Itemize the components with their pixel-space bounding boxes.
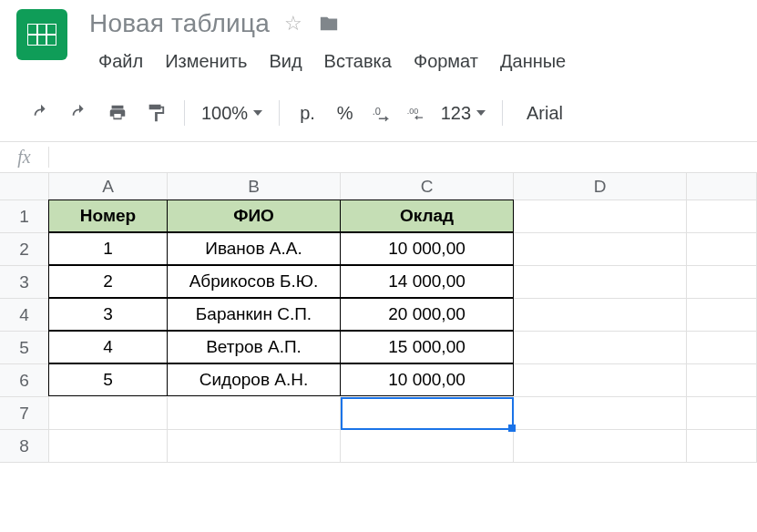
cell-d2[interactable]: [514, 233, 687, 266]
row-header-4[interactable]: 4: [0, 299, 49, 332]
more-formats-dropdown[interactable]: 123: [437, 103, 489, 124]
sheets-icon: [27, 24, 56, 46]
cell-c7[interactable]: [341, 397, 514, 430]
row-header-5[interactable]: 5: [0, 332, 49, 364]
menu-data[interactable]: Данные: [491, 47, 575, 76]
paint-format-button[interactable]: [140, 97, 171, 128]
currency-button[interactable]: р.: [292, 103, 322, 124]
cell-b7[interactable]: [168, 397, 341, 430]
increase-decimal-icon: .00: [406, 103, 426, 123]
cell-e8[interactable]: [687, 430, 757, 463]
svg-text:.00: .00: [406, 107, 418, 116]
font-dropdown[interactable]: Arial: [516, 103, 574, 124]
chevron-down-icon: [253, 110, 262, 116]
menu-format[interactable]: Формат: [404, 47, 487, 76]
chevron-down-icon: [476, 110, 486, 116]
cell-d8[interactable]: [514, 430, 687, 463]
col-header-b[interactable]: B: [168, 173, 341, 200]
cell-b4[interactable]: Баранкин С.П.: [167, 298, 341, 331]
paint-roller-icon: [146, 103, 166, 123]
more-formats-label: 123: [441, 103, 471, 124]
cell-c8[interactable]: [341, 430, 514, 463]
fx-icon[interactable]: fx: [0, 147, 49, 168]
cell-b6[interactable]: Сидоров А.Н.: [167, 363, 341, 396]
separator: [502, 100, 503, 126]
row-header-1[interactable]: 1: [0, 200, 49, 233]
cell-e5[interactable]: [687, 332, 757, 364]
cell-a7[interactable]: [49, 397, 168, 430]
cell-d5[interactable]: [514, 332, 687, 364]
cell-c4[interactable]: 20 000,00: [340, 298, 514, 331]
col-header-c[interactable]: C: [341, 173, 514, 200]
formula-input[interactable]: [49, 149, 757, 166]
cell-b8[interactable]: [168, 430, 341, 463]
cell-e4[interactable]: [687, 299, 757, 332]
cell-e7[interactable]: [687, 397, 757, 430]
cell-e3[interactable]: [687, 266, 757, 299]
cell-e6[interactable]: [687, 364, 757, 397]
separator: [279, 100, 280, 126]
document-title[interactable]: Новая таблица: [89, 9, 270, 38]
cell-b3[interactable]: Абрикосов Б.Ю.: [167, 265, 341, 298]
col-header-a[interactable]: A: [49, 173, 168, 200]
cell-a6[interactable]: 5: [48, 363, 168, 396]
print-button[interactable]: [102, 97, 133, 128]
cell-b2[interactable]: Иванов А.А.: [167, 232, 341, 265]
cell-e1[interactable]: [687, 200, 757, 233]
undo-button[interactable]: [26, 97, 56, 128]
spreadsheet-grid[interactable]: A B C D 1 Номер ФИО Оклад 2 1 Иванов А.А…: [0, 173, 757, 463]
cell-b5[interactable]: Ветров А.П.: [167, 331, 341, 363]
row-header-3[interactable]: 3: [0, 266, 49, 299]
cell-a3[interactable]: 2: [48, 265, 168, 298]
cell-b1[interactable]: ФИО: [167, 200, 341, 232]
redo-icon: [69, 103, 89, 123]
menubar: Файл Изменить Вид Вставка Формат Данные: [89, 47, 575, 76]
separator: [184, 100, 185, 126]
folder-icon[interactable]: [317, 14, 341, 34]
zoom-value: 100%: [201, 103, 248, 124]
cell-c5[interactable]: 15 000,00: [340, 331, 514, 363]
cell-a8[interactable]: [49, 430, 168, 463]
row-header-6[interactable]: 6: [0, 364, 49, 397]
decrease-decimal-icon: .0: [372, 103, 392, 123]
cell-d7[interactable]: [514, 397, 687, 430]
cell-d4[interactable]: [514, 299, 687, 332]
cell-c1[interactable]: Оклад: [340, 200, 514, 232]
print-icon: [107, 103, 128, 123]
cell-d6[interactable]: [514, 364, 687, 397]
menu-file[interactable]: Файл: [89, 47, 152, 76]
formula-bar: fx: [0, 142, 757, 173]
row-header-8[interactable]: 8: [0, 430, 49, 463]
col-header-d[interactable]: D: [514, 173, 687, 200]
redo-button[interactable]: [64, 97, 95, 128]
star-icon[interactable]: ☆: [284, 12, 302, 36]
row-header-7[interactable]: 7: [0, 397, 49, 430]
menu-insert[interactable]: Вставка: [315, 47, 401, 76]
toolbar: 100% р. % .0 .00 123 Arial: [0, 85, 757, 142]
select-all-corner[interactable]: [0, 173, 49, 200]
cell-a2[interactable]: 1: [48, 232, 168, 265]
percent-button[interactable]: %: [330, 103, 361, 124]
cell-a5[interactable]: 4: [48, 331, 168, 363]
header: Новая таблица ☆ Файл Изменить Вид Вставк…: [0, 0, 757, 76]
sheets-logo[interactable]: [16, 9, 67, 60]
row-header-2[interactable]: 2: [0, 233, 49, 266]
col-header-e[interactable]: [687, 173, 757, 200]
cell-a1[interactable]: Номер: [48, 200, 168, 232]
increase-decimal-button[interactable]: .00: [403, 97, 430, 128]
menu-edit[interactable]: Изменить: [156, 47, 256, 76]
cell-c6[interactable]: 10 000,00: [340, 363, 514, 396]
svg-text:.0: .0: [372, 106, 380, 117]
cell-e2[interactable]: [687, 233, 757, 266]
zoom-dropdown[interactable]: 100%: [198, 103, 266, 124]
undo-icon: [31, 103, 51, 123]
cell-c3[interactable]: 14 000,00: [340, 265, 514, 298]
menu-view[interactable]: Вид: [260, 47, 311, 76]
cell-d3[interactable]: [514, 266, 687, 299]
cell-c2[interactable]: 10 000,00: [340, 232, 514, 265]
decrease-decimal-button[interactable]: .0: [368, 97, 395, 128]
cell-d1[interactable]: [514, 200, 687, 233]
cell-a4[interactable]: 3: [48, 298, 168, 331]
